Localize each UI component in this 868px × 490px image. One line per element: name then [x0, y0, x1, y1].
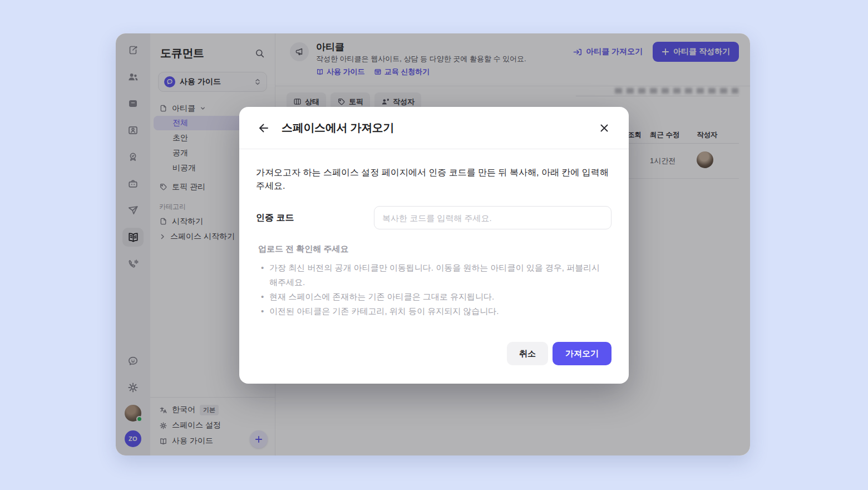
modal-description: 가져오고자 하는 스페이스 설정 페이지에서 인증 코드를 만든 뒤 복사해, …: [256, 166, 615, 193]
checklist-item: 가장 최신 버전의 공개 아티클만 이동됩니다. 이동을 원하는 아티클이 있을…: [256, 261, 610, 290]
import-from-space-modal: 스페이스에서 가져오기 가져오고자 하는 스페이스 설정 페이지에서 인증 코드…: [239, 107, 629, 384]
modal-header: 스페이스에서 가져오기: [239, 107, 629, 149]
checklist-item: 이전된 아티클은 기존 카테고리, 위치 등이 유지되지 않습니다.: [256, 304, 610, 318]
checklist-item: 현재 스페이스에 존재하는 기존 아티클은 그대로 유지됩니다.: [256, 290, 610, 304]
modal-body: 가져오고자 하는 스페이스 설정 페이지에서 인증 코드를 만든 뒤 복사해, …: [239, 149, 629, 318]
auth-code-input[interactable]: [374, 206, 611, 229]
modal-title: 스페이스에서 가져오기: [282, 120, 586, 135]
auth-code-label: 인증 코드: [256, 212, 374, 224]
checklist-title: 업로드 전 확인해 주세요: [256, 244, 611, 254]
arrow-left-icon: [258, 122, 270, 134]
close-button[interactable]: [596, 120, 612, 136]
import-button[interactable]: 가져오기: [553, 342, 611, 365]
back-button[interactable]: [256, 120, 272, 136]
close-icon: [599, 123, 609, 133]
modal-footer: 취소 가져오기: [507, 342, 611, 365]
cancel-button[interactable]: 취소: [507, 342, 548, 365]
checklist: 가장 최신 버전의 공개 아티클만 이동됩니다. 이동을 원하는 아티클이 있을…: [256, 261, 611, 318]
